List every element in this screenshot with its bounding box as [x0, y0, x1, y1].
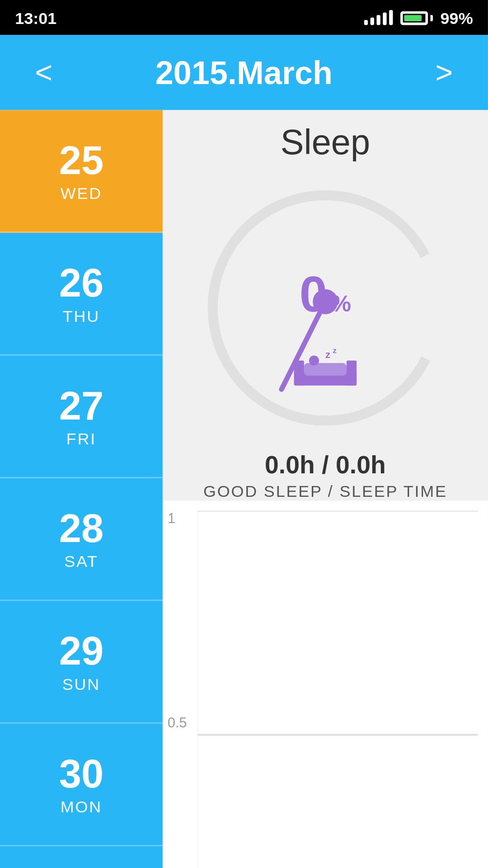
day-name: FRI: [66, 429, 96, 448]
sleep-chart: 1 0.5 0: [163, 501, 488, 868]
svg-rect-4: [294, 360, 304, 385]
day-item-30[interactable]: 30 MON: [0, 723, 163, 846]
sleep-gauge: 0 % z z: [188, 170, 463, 446]
day-number: 29: [59, 630, 104, 674]
month-header: < 2015.March >: [0, 35, 488, 110]
chart-y-axis: 1 0.5 0: [168, 511, 187, 868]
status-right: 99%: [364, 8, 473, 27]
next-month-button[interactable]: >: [425, 50, 463, 95]
day-name: MON: [61, 797, 102, 816]
sleep-bed-icon: z z: [288, 343, 363, 398]
day-name: SAT: [64, 552, 99, 571]
signal-icon: [364, 10, 393, 25]
svg-point-7: [309, 355, 319, 365]
main-content: 25 WED 26 THU 27 FRI 28 SAT 29 SUN 30 MO…: [0, 110, 488, 868]
svg-rect-6: [304, 363, 347, 376]
day-item-27[interactable]: 27 FRI: [0, 355, 163, 478]
content-panel: Sleep 0 %: [163, 110, 488, 868]
sleep-section: Sleep 0 %: [163, 110, 488, 501]
day-number: 27: [59, 385, 104, 429]
gauge-number: 0: [300, 267, 328, 323]
y-label-top: 1: [168, 511, 187, 526]
battery-icon: [400, 11, 433, 24]
gauge-percent-sign: %: [331, 292, 351, 318]
battery-percent: 99%: [441, 8, 473, 27]
day-number: 26: [59, 262, 104, 306]
gauge-value: 0 %: [300, 267, 351, 323]
sleep-time-label: GOOD SLEEP / SLEEP TIME: [203, 482, 447, 501]
day-item-26[interactable]: 26 THU: [0, 233, 163, 355]
day-number: 28: [59, 508, 104, 552]
sleep-section-title: Sleep: [281, 123, 370, 163]
day-sidebar: 25 WED 26 THU 27 FRI 28 SAT 29 SUN 30 MO…: [0, 110, 163, 868]
day-name: WED: [61, 184, 102, 203]
prev-month-button[interactable]: <: [25, 50, 62, 95]
month-title: 2015.March: [155, 53, 333, 92]
day-number: 30: [59, 753, 104, 797]
sleep-stats: 0.0h / 0.0h GOOD SLEEP / SLEEP TIME: [203, 451, 447, 501]
time-display: 13:01: [15, 8, 56, 27]
svg-rect-5: [347, 360, 357, 385]
day-item-29[interactable]: 29 SUN: [0, 601, 163, 723]
day-number: 25: [59, 139, 104, 183]
day-item-28[interactable]: 28 SAT: [0, 478, 163, 601]
status-bar: 13:01 99%: [0, 0, 488, 35]
day-name: THU: [63, 306, 100, 325]
svg-text:z: z: [325, 349, 330, 360]
svg-text:z: z: [333, 346, 337, 355]
y-label-mid: 0.5: [168, 715, 187, 730]
sleep-time-value: 0.0h / 0.0h: [203, 451, 447, 480]
day-item-31[interactable]: 31 TUE: [0, 846, 163, 868]
day-name: SUN: [62, 674, 100, 693]
chart-svg: [198, 511, 478, 868]
day-item-25[interactable]: 25 WED: [0, 110, 163, 233]
